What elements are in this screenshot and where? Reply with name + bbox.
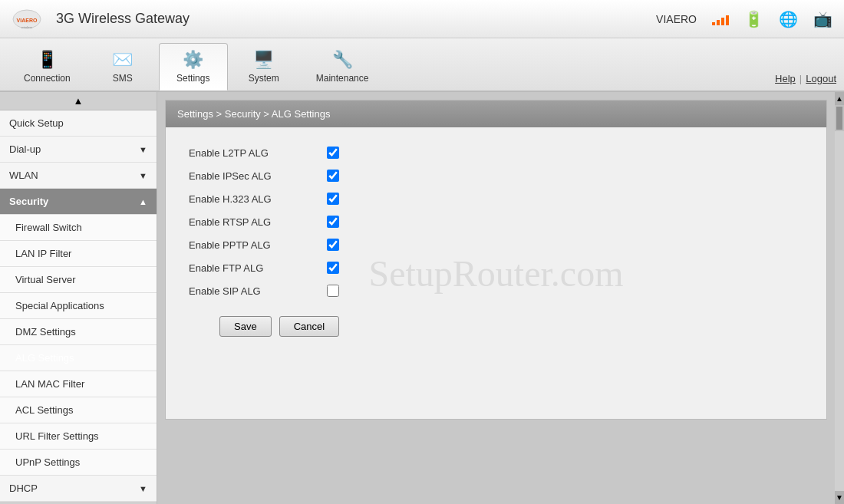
alg-row-ftp: Enable FTP ALG: [189, 262, 803, 274]
tab-connection-label: Connection: [24, 73, 71, 84]
maintenance-icon: 🔧: [332, 50, 353, 70]
alg-row-sip: Enable SIP ALG: [189, 285, 803, 297]
alg-row-rtsp: Enable RTSP ALG: [189, 216, 803, 228]
rtsp-label: Enable RTSP ALG: [189, 216, 312, 228]
connection-icon: 📱: [37, 50, 58, 70]
chevron-down-icon: ▼: [139, 145, 147, 154]
sidebar: ▲ Quick Setup Dial-up ▼ WLAN ▼ Security …: [0, 92, 157, 504]
sidebar-item-virtual-server[interactable]: Virtual Server: [0, 267, 157, 293]
sidebar-item-special-applications[interactable]: Special Applications: [0, 293, 157, 319]
ipsec-checkbox[interactable]: [327, 170, 339, 182]
main-layout: ▲ Quick Setup Dial-up ▼ WLAN ▼ Security …: [0, 92, 844, 504]
tab-system[interactable]: 🖥️ System: [229, 43, 298, 91]
nav-tabs: 📱 Connection ✉️ SMS ⚙️ Settings 🖥️ Syste…: [0, 38, 844, 92]
chevron-down-icon: ▼: [139, 484, 147, 493]
signal-icon: 📺: [813, 10, 832, 28]
nav-divider: |: [799, 73, 802, 84]
scroll-thumb[interactable]: [836, 107, 842, 130]
settings-icon: ⚙️: [183, 50, 203, 70]
tab-system-label: System: [249, 73, 279, 84]
sidebar-item-upnp-settings[interactable]: UPnP Settings: [0, 450, 157, 476]
sidebar-item-firewall-switch[interactable]: Firewall Switch: [0, 215, 157, 241]
content-area: Settings > Security > ALG Settings Setup…: [157, 92, 835, 504]
sidebar-item-security[interactable]: Security ▲: [0, 189, 157, 215]
sip-label: Enable SIP ALG: [189, 285, 312, 297]
content-panel: Settings > Security > ALG Settings Setup…: [165, 100, 827, 420]
sidebar-item-wlan[interactable]: WLAN ▼: [0, 163, 157, 189]
pptp-label: Enable PPTP ALG: [189, 239, 312, 251]
viaero-logo-icon: VIAERO wireless: [12, 7, 42, 31]
tab-settings-label: Settings: [176, 73, 209, 84]
tab-maintenance[interactable]: 🔧 Maintenance: [300, 43, 385, 91]
alg-row-h323: Enable H.323 ALG: [189, 193, 803, 205]
alg-form: Enable L2TP ALG Enable IPSec ALG Enable …: [189, 147, 803, 337]
sidebar-item-alg-settings[interactable]: ALG Settings: [0, 345, 157, 371]
network-icon: 🌐: [779, 10, 798, 28]
alg-row-ipsec: Enable IPSec ALG: [189, 170, 803, 182]
sip-checkbox[interactable]: [327, 285, 339, 297]
sidebar-item-dial-up[interactable]: Dial-up ▼: [0, 137, 157, 163]
sidebar-item-lan-mac-filter[interactable]: LAN MAC Filter: [0, 371, 157, 397]
l2tp-checkbox[interactable]: [327, 147, 339, 159]
scroll-down-arrow[interactable]: ▼: [835, 491, 844, 504]
form-buttons: Save Cancel: [219, 316, 803, 337]
breadcrumb: Settings > Security > ALG Settings: [177, 108, 330, 120]
header-right: VIAERO 🔋 🌐 📺: [656, 10, 832, 28]
panel-body: SetupRouter.com Enable L2TP ALG Enable I…: [166, 127, 826, 419]
right-scrollbar: ▲ ▼: [835, 92, 844, 504]
cancel-button[interactable]: Cancel: [279, 316, 339, 337]
carrier-name: VIAERO: [656, 13, 697, 25]
sms-icon: ✉️: [112, 50, 133, 70]
scroll-up-arrow[interactable]: ▲: [835, 92, 844, 105]
pptp-checkbox[interactable]: [327, 239, 339, 251]
battery-icon: 🔋: [744, 10, 763, 28]
app-header: VIAERO wireless 3G Wireless Gateway VIAE…: [0, 0, 844, 38]
sidebar-item-lan-ip-filter[interactable]: LAN IP Filter: [0, 241, 157, 267]
rtsp-checkbox[interactable]: [327, 216, 339, 228]
app-title: 3G Wireless Gateway: [56, 11, 190, 27]
chevron-up-icon: ▲: [139, 197, 147, 206]
logo-area: VIAERO wireless 3G Wireless Gateway: [12, 7, 190, 31]
sidebar-item-url-filter-settings[interactable]: URL Filter Settings: [0, 423, 157, 450]
signal-strength-icon: [712, 13, 729, 25]
system-icon: 🖥️: [253, 50, 274, 70]
sidebar-item-quick-setup[interactable]: Quick Setup: [0, 110, 157, 137]
panel-header: Settings > Security > ALG Settings: [166, 100, 826, 127]
alg-row-pptp: Enable PPTP ALG: [189, 239, 803, 251]
nav-right-links: Help | Logout: [775, 73, 836, 91]
ftp-checkbox[interactable]: [327, 262, 339, 274]
sidebar-scroll-up[interactable]: ▲: [0, 92, 157, 110]
svg-text:wireless: wireless: [21, 25, 32, 29]
sidebar-item-dmz-settings[interactable]: DMZ Settings: [0, 319, 157, 345]
sidebar-item-acl-settings[interactable]: ACL Settings: [0, 397, 157, 423]
h323-label: Enable H.323 ALG: [189, 193, 312, 205]
l2tp-label: Enable L2TP ALG: [189, 147, 312, 159]
tab-sms[interactable]: ✉️ SMS: [88, 43, 157, 91]
chevron-down-icon: ▼: [139, 171, 147, 180]
svg-text:VIAERO: VIAERO: [17, 18, 38, 23]
save-button[interactable]: Save: [219, 316, 272, 337]
logout-link[interactable]: Logout: [806, 73, 836, 84]
ipsec-label: Enable IPSec ALG: [189, 170, 312, 182]
ftp-label: Enable FTP ALG: [189, 262, 312, 274]
tab-connection[interactable]: 📱 Connection: [8, 43, 87, 91]
tab-sms-label: SMS: [113, 73, 133, 84]
alg-row-l2tp: Enable L2TP ALG: [189, 147, 803, 159]
h323-checkbox[interactable]: [327, 193, 339, 205]
help-link[interactable]: Help: [775, 73, 796, 84]
tab-maintenance-label: Maintenance: [316, 73, 369, 84]
tab-settings[interactable]: ⚙️ Settings: [159, 43, 228, 91]
sidebar-item-dhcp[interactable]: DHCP ▼: [0, 476, 157, 502]
